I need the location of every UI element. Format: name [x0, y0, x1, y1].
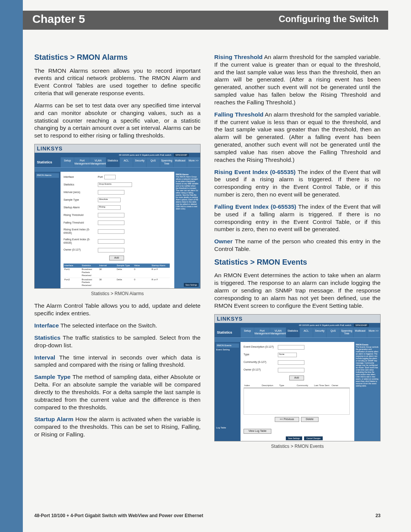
nav-item-active[interactable]: Statistics	[286, 328, 299, 337]
nav-item[interactable]: Port Management	[74, 157, 90, 167]
brand-logo: LINKSYS	[217, 316, 243, 323]
table-row[interactable]: Port3Broadcast Packets Received30Delta0R…	[64, 288, 170, 289]
nav-item[interactable]: ACL	[119, 157, 133, 167]
sub-nav	[35, 167, 200, 172]
term-rising-threshold: Rising Threshold	[214, 54, 263, 60]
nav-item[interactable]: Spanning Tree	[340, 328, 353, 337]
alarm-table: InterfaceStatisticsIntervalSample TypeVa…	[64, 264, 170, 289]
device-bar: 48 10/100 ports and 4 Gigabit ports with…	[215, 323, 380, 328]
nav-section-label: Statistics	[35, 157, 61, 167]
owner-input[interactable]	[278, 368, 304, 372]
label-interface: Interface	[64, 176, 98, 179]
save-settings-button[interactable]: Save Settings	[286, 436, 302, 440]
screenshot-rmon-alarms: LINKSYS 48 10/100 ports and 4 Gigabit po…	[34, 144, 201, 289]
nav-item[interactable]: More >>	[367, 328, 380, 337]
product-name: 48-Port 10/100 + 4-Port Gigabit Switch w…	[34, 513, 203, 518]
right-column: Rising Threshold An alarm threshold for …	[214, 50, 381, 455]
nav-section-label: Statistics	[215, 328, 241, 337]
label-owner: Owner (0-127)	[244, 368, 278, 372]
view-log-button[interactable]: View Log Table	[244, 429, 271, 434]
label-fei: Falling Event Index (0-65535)	[64, 238, 98, 245]
definition: Rising Event Index (0-65535) The index o…	[214, 168, 381, 198]
type-select[interactable]: None	[278, 353, 297, 357]
def-text: The time interval in seconds over which …	[34, 354, 201, 368]
nav-item[interactable]: Setup	[61, 157, 74, 167]
label-falling: Falling Threshold	[64, 221, 98, 225]
nav-item-active[interactable]: Statistics	[106, 157, 119, 167]
label-community: Community (0-127)	[244, 361, 278, 364]
table-row[interactable]: Port2Broadcast Packets Received30Delta0R…	[64, 278, 170, 288]
nav-item[interactable]: Port Management	[254, 328, 270, 337]
fei-input[interactable]	[98, 239, 124, 244]
screenshot-caption: Statistics > RMON Alarms	[34, 291, 201, 297]
nav-item[interactable]: VLAN Management	[90, 157, 106, 167]
table-row[interactable]: Port1Broadcast Packets Received30Delta0R…	[64, 268, 170, 278]
label-type: Type	[244, 353, 278, 356]
owner-input[interactable]	[98, 248, 124, 252]
form-area: InterfacePort StatisticsDrop Events Inte…	[61, 172, 200, 288]
community-input[interactable]	[278, 360, 304, 365]
chapter-label: Chapter 5	[32, 13, 85, 26]
term-falling-event-index: Falling Event Index (0-65535)	[214, 203, 296, 210]
nav-item[interactable]: Multicast	[173, 157, 186, 167]
definition: Startup Alarm How the alarm is activated…	[34, 415, 201, 438]
help-text: The Events Group controls the generation…	[356, 346, 378, 387]
save-settings-button[interactable]: Save Settings	[184, 283, 199, 287]
interval-input[interactable]	[98, 190, 124, 195]
event-table: IndexDescriptionTypeCommunityLast Time S…	[244, 383, 350, 415]
previous-button[interactable]: << Previous	[275, 417, 299, 422]
left-accent-bar	[0, 0, 23, 532]
left-column: Statistics > RMON Alarms The RMON Alarms…	[34, 50, 201, 455]
cancel-changes-button[interactable]: Cancel Changes	[304, 436, 323, 440]
interface-value: Port	[98, 176, 103, 179]
rei-input[interactable]	[98, 229, 124, 234]
label-interval: Interval (secs)	[64, 191, 98, 194]
nav-item[interactable]: ACL	[299, 328, 313, 337]
nav-item[interactable]: Security	[133, 157, 146, 167]
side-title: RMON Events	[216, 343, 239, 348]
def-text: The selected interface on the Switch.	[59, 322, 157, 329]
startup-select[interactable]: Rising	[98, 205, 121, 210]
table-header: IndexDescriptionTypeCommunityLast Time S…	[244, 383, 350, 388]
help-panel: RMON Events The Events Group controls th…	[354, 342, 380, 441]
def-text: The name of the person who created this …	[214, 238, 381, 252]
definition: Falling Threshold An alarm threshold for…	[214, 111, 381, 164]
add-button[interactable]: Add	[109, 256, 124, 260]
def-text: An alarm threshold for the sampled varia…	[214, 54, 381, 105]
nav-item[interactable]: Spanning Tree	[160, 157, 173, 167]
nav-item[interactable]: Security	[313, 328, 326, 337]
nav-item[interactable]: Multicast	[353, 328, 366, 337]
definition: Interface The selected interface on the …	[34, 322, 201, 329]
nav-item[interactable]: More >>	[187, 157, 200, 167]
term-sample-type: Sample Type	[34, 374, 70, 380]
section-heading-alarms: Statistics > RMON Alarms	[34, 53, 201, 62]
sample-select[interactable]: Absolute	[98, 198, 121, 202]
nav-item[interactable]: QoS	[146, 157, 159, 167]
nav-item[interactable]: QoS	[326, 328, 339, 337]
interface-select[interactable]	[104, 175, 116, 179]
term-interval: Interval	[34, 354, 55, 361]
form-area: Event Description (0-127) TypeNone Commu…	[241, 342, 380, 441]
term-falling-threshold: Falling Threshold	[214, 111, 263, 118]
rising-input[interactable]	[98, 213, 124, 217]
term-statistics: Statistics	[34, 334, 61, 341]
device-bar: 48 10/100 ports and 4 Gigabit ports with…	[35, 153, 200, 157]
definition: Owner The name of the person who created…	[214, 238, 381, 253]
definition: Interval The time interval in seconds ov…	[34, 354, 201, 369]
empty-table-body	[244, 388, 350, 415]
nav-item[interactable]: Setup	[241, 328, 254, 337]
table-header: InterfaceStatisticsIntervalSample TypeVa…	[64, 264, 170, 268]
term-startup-alarm: Startup Alarm	[34, 416, 73, 422]
statistics-select[interactable]: Drop Events	[98, 182, 132, 187]
help-panel: RMON Alarms The RMON Alarm Group allows …	[174, 172, 200, 288]
desc-input[interactable]	[278, 345, 304, 350]
definition: Falling Event Index (0-65535) The index …	[214, 203, 381, 233]
falling-input[interactable]	[98, 220, 124, 225]
term-rising-event-index: Rising Event Index (0-65535)	[214, 169, 296, 175]
log-table-label: Log Table	[216, 427, 226, 430]
delete-button[interactable]: Delete	[301, 417, 319, 422]
add-button[interactable]: Add	[289, 375, 304, 380]
model-badge: SRW2048P	[354, 324, 369, 327]
nav-item[interactable]: VLAN Management	[270, 328, 286, 337]
main-nav: Statistics Setup Port Management VLAN Ma…	[35, 157, 200, 167]
